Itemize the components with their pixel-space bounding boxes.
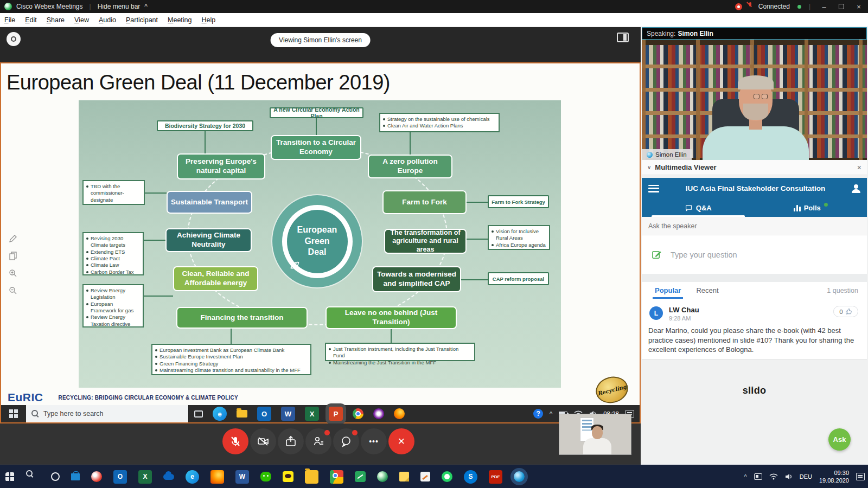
- like-button[interactable]: 0: [833, 306, 858, 317]
- more-options-button[interactable]: •••: [361, 428, 387, 454]
- search-icon[interactable]: [26, 470, 40, 484]
- powerpoint-icon[interactable]: P: [329, 407, 343, 421]
- menu-item[interactable]: View: [74, 16, 89, 24]
- menu-item[interactable]: Participant: [126, 16, 158, 24]
- start-button[interactable]: [1, 405, 26, 422]
- participants-icon[interactable]: [852, 184, 860, 193]
- share-content-button[interactable]: [278, 428, 304, 454]
- chat-button[interactable]: [333, 428, 359, 454]
- self-video-thumbnail[interactable]: [559, 414, 631, 455]
- menu-item[interactable]: Meeting: [168, 16, 192, 24]
- question-time: 9:28 AM: [669, 315, 691, 322]
- hamburger-menu-icon[interactable]: [648, 185, 659, 192]
- meeting-controls-strip: ••• ×: [0, 423, 641, 465]
- edge-icon[interactable]: e: [213, 407, 227, 421]
- menu-item[interactable]: Audio: [99, 16, 116, 24]
- task-view-icon[interactable]: [194, 410, 203, 418]
- language-indicator[interactable]: DEU: [800, 473, 812, 480]
- node-achieving: Achieving Climate Neutrality: [165, 228, 252, 252]
- multimedia-viewer-header[interactable]: ∨ Multimedia Viewer ×: [642, 160, 867, 175]
- edge-icon[interactable]: e: [186, 470, 199, 484]
- word-icon[interactable]: W: [235, 470, 249, 484]
- menu-item[interactable]: Help: [202, 16, 216, 24]
- node-transformation: The transformation of agriculture and ru…: [384, 229, 467, 254]
- layout-toggle-button[interactable]: [617, 33, 629, 42]
- kakaotalk-icon[interactable]: [283, 471, 293, 482]
- tab-qa[interactable]: Q&A: [642, 199, 755, 217]
- node-clean-energy: Clean, Reliable and Affordable energy: [173, 266, 258, 291]
- browser-purple-icon[interactable]: [373, 408, 384, 419]
- volume-icon[interactable]: [785, 473, 793, 480]
- annotate-pen-button[interactable]: [8, 233, 18, 244]
- close-multimedia-icon[interactable]: ×: [857, 163, 861, 172]
- cortana-icon[interactable]: [51, 472, 60, 481]
- question-input[interactable]: Type your question: [642, 235, 867, 274]
- zoom-in-button[interactable]: [8, 268, 18, 279]
- excel-icon[interactable]: X: [138, 470, 152, 484]
- menu-item[interactable]: File: [4, 16, 15, 24]
- clock-date[interactable]: 09:30 19.08.2020: [819, 469, 849, 485]
- tab-popular[interactable]: Popular: [655, 282, 681, 299]
- file-explorer-icon[interactable]: [305, 470, 318, 484]
- green-app-icon[interactable]: [355, 471, 366, 482]
- menu-item[interactable]: Edit: [25, 16, 37, 24]
- tray-chevron-icon[interactable]: ^: [744, 473, 747, 480]
- menu-item[interactable]: Share: [47, 16, 65, 24]
- webex-sphere-icon[interactable]: [91, 471, 102, 482]
- sphere-green-icon[interactable]: [377, 471, 388, 482]
- zoom-out-button[interactable]: [8, 285, 18, 296]
- tab-polls[interactable]: Polls: [755, 199, 867, 217]
- start-button[interactable]: [5, 472, 15, 481]
- help-icon[interactable]: ?: [533, 409, 543, 419]
- chrome-icon[interactable]: [353, 408, 363, 419]
- chevron-down-icon[interactable]: ∨: [647, 164, 651, 170]
- excel-icon[interactable]: X: [305, 407, 319, 421]
- outlook-icon[interactable]: O: [113, 470, 127, 484]
- action-center-icon[interactable]: [856, 473, 865, 480]
- connector: [144, 240, 165, 241]
- firefox-icon[interactable]: [210, 470, 224, 484]
- whatsapp-icon[interactable]: [442, 471, 452, 482]
- search-input[interactable]: Type here to search: [26, 405, 189, 422]
- active-speaker-name: Simon Ellin: [678, 30, 713, 37]
- ask-button[interactable]: Ask: [828, 428, 851, 451]
- maximize-button[interactable]: [835, 3, 847, 11]
- onedrive-icon[interactable]: [163, 474, 174, 480]
- tab-recent[interactable]: Recent: [696, 286, 718, 294]
- tray-chevron-icon[interactable]: ^: [550, 410, 552, 417]
- polls-active-dot: [824, 203, 828, 207]
- participants-button[interactable]: [305, 428, 331, 454]
- start-video-button[interactable]: [250, 428, 276, 454]
- webex-icon[interactable]: [514, 471, 525, 482]
- file-explorer-icon[interactable]: [237, 410, 247, 418]
- store-icon[interactable]: [71, 473, 80, 480]
- firefox-icon[interactable]: [394, 408, 405, 419]
- wifi-icon[interactable]: [769, 473, 778, 480]
- tablet-icon[interactable]: [754, 473, 762, 480]
- wechat-icon[interactable]: [260, 472, 271, 481]
- outlook-icon[interactable]: O: [257, 407, 271, 421]
- paint-icon[interactable]: [420, 472, 430, 481]
- chevron-up-icon[interactable]: ^: [144, 3, 148, 10]
- annotation-target-button[interactable]: [7, 32, 21, 46]
- ask-the-speaker-bar: Ask the speaker: [642, 217, 867, 235]
- minimize-button[interactable]: –: [818, 3, 830, 11]
- pdf-icon[interactable]: PDF: [489, 470, 502, 484]
- thumbs-up-icon: [845, 308, 852, 315]
- connected-dot-icon: [797, 5, 801, 9]
- leave-meeting-button[interactable]: ×: [388, 428, 414, 454]
- app-title: Cisco Webex Meetings: [16, 3, 83, 10]
- sticky-notes-icon[interactable]: [399, 472, 409, 481]
- bullets-review-energy: Review Energy LegislationEuropean Framew…: [82, 284, 144, 328]
- unmute-button[interactable]: [222, 428, 248, 454]
- pages-button[interactable]: [8, 251, 18, 261]
- chrome-icon[interactable]: [330, 470, 343, 484]
- webex-ball-icon: [647, 152, 653, 158]
- word-icon[interactable]: W: [281, 407, 295, 421]
- close-button[interactable]: ×: [853, 3, 865, 11]
- connector: [231, 329, 232, 344]
- share-header: Viewing Simon Ellin's screen: [0, 27, 641, 62]
- skype-icon[interactable]: S: [464, 470, 477, 484]
- webinar-title: IUC Asia Final Stakeholder Consultation: [659, 184, 852, 192]
- hide-menu-bar-button[interactable]: Hide menu bar: [98, 3, 141, 10]
